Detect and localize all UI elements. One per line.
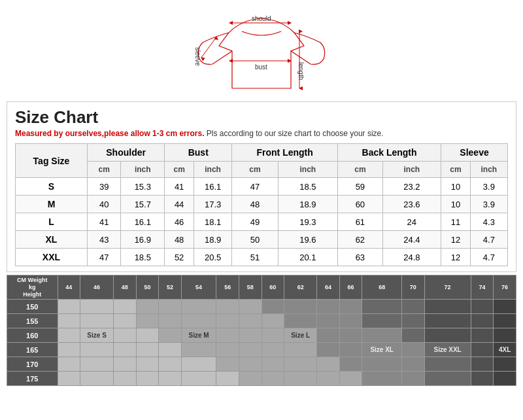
wh-cell bbox=[239, 357, 262, 372]
wh-cell bbox=[362, 357, 402, 372]
col-front-length: Front Length bbox=[232, 144, 338, 162]
wh-cell bbox=[471, 372, 494, 386]
wh-cell bbox=[80, 343, 114, 357]
wh-cell bbox=[317, 357, 340, 372]
wh-cell bbox=[339, 343, 362, 357]
wh-cell bbox=[114, 357, 137, 372]
wh-cell bbox=[471, 300, 494, 314]
front-inch: 19.6 bbox=[278, 231, 338, 249]
wh-cell bbox=[80, 314, 114, 328]
wh-cell bbox=[262, 372, 284, 386]
wh-cell bbox=[317, 314, 340, 328]
wh-col-64: 64 bbox=[317, 275, 340, 300]
wh-top-left: CM WeightkgHeight bbox=[7, 275, 58, 300]
wh-cell bbox=[494, 300, 516, 314]
sleeve-inch: 4.3 bbox=[470, 213, 507, 231]
sleeve-cm: 12 bbox=[441, 231, 471, 249]
wh-cell bbox=[262, 300, 284, 314]
front-inch: 18.9 bbox=[278, 196, 338, 213]
wh-cell bbox=[339, 357, 362, 372]
wh-row: 170 bbox=[7, 357, 516, 372]
bust-inch: 16.1 bbox=[194, 178, 231, 196]
wh-cell bbox=[284, 343, 317, 357]
wh-cell bbox=[401, 328, 424, 343]
sub-inch-5: inch bbox=[470, 162, 507, 178]
size-chart-title: Size Chart bbox=[15, 107, 508, 128]
wh-col-74: 74 bbox=[471, 275, 494, 300]
table-row: S 39 15.3 41 16.1 47 18.5 59 23.2 10 3.9 bbox=[16, 178, 508, 196]
wh-cell bbox=[317, 300, 340, 314]
front-cm: 48 bbox=[232, 196, 278, 213]
back-inch: 24.8 bbox=[382, 249, 441, 266]
sleeve-cm: 11 bbox=[441, 213, 471, 231]
wh-cell bbox=[284, 372, 317, 386]
shoulder-cm: 41 bbox=[87, 213, 120, 231]
shoulder-inch: 15.3 bbox=[121, 178, 165, 196]
table-row: M 40 15.7 44 17.3 48 18.9 60 23.6 10 3.9 bbox=[16, 196, 508, 213]
wh-cell bbox=[362, 372, 402, 386]
height-label: 170 bbox=[7, 357, 58, 372]
wh-cell bbox=[262, 314, 284, 328]
wh-cell bbox=[159, 328, 182, 343]
sleeve-cm: 10 bbox=[441, 178, 471, 196]
sub-inch-1: inch bbox=[121, 162, 165, 178]
wh-cell bbox=[339, 328, 362, 343]
size-chart-note: Measured by ourselves,please allow 1-3 c… bbox=[15, 129, 508, 138]
svg-line-4 bbox=[201, 38, 216, 58]
wh-cell bbox=[471, 357, 494, 372]
wh-cell bbox=[114, 372, 137, 386]
wh-cell bbox=[114, 300, 137, 314]
sub-cm-5: cm bbox=[441, 162, 471, 178]
wh-cell bbox=[494, 314, 516, 328]
svg-text:length: length bbox=[297, 62, 305, 80]
sleeve-cm: 12 bbox=[441, 249, 471, 266]
shoulder-cm: 43 bbox=[87, 231, 120, 249]
wh-cell bbox=[262, 357, 284, 372]
height-label: 155 bbox=[7, 314, 58, 328]
wh-cell bbox=[424, 357, 471, 372]
wh-cell bbox=[494, 357, 516, 372]
wh-cell bbox=[284, 314, 317, 328]
bust-cm: 52 bbox=[165, 249, 194, 266]
shirt-diagram: should length sleeve bust bbox=[190, 7, 333, 98]
shoulder-inch: 16.9 bbox=[121, 231, 165, 249]
sleeve-inch: 3.9 bbox=[470, 178, 507, 196]
wh-col-70: 70 bbox=[401, 275, 424, 300]
shoulder-inch: 15.7 bbox=[121, 196, 165, 213]
size-label: S bbox=[16, 178, 88, 196]
height-label: 150 bbox=[7, 300, 58, 314]
wh-cell bbox=[339, 372, 362, 386]
wh-cell bbox=[401, 314, 424, 328]
wh-cell bbox=[471, 328, 494, 343]
svg-text:bust: bust bbox=[255, 63, 267, 71]
bust-cm: 48 bbox=[165, 231, 194, 249]
wh-cell bbox=[114, 328, 137, 343]
wh-col-50: 50 bbox=[136, 275, 159, 300]
table-row: L 41 16.1 46 18.1 49 19.3 61 24 11 4.3 bbox=[16, 213, 508, 231]
wh-cell bbox=[159, 357, 182, 372]
wh-table: CM WeightkgHeight 44 46 48 50 52 54 56 5… bbox=[7, 275, 516, 386]
wh-cell bbox=[362, 328, 402, 343]
wh-cell: Size L bbox=[284, 328, 317, 343]
sleeve-inch: 4.7 bbox=[470, 249, 507, 266]
wh-cell bbox=[159, 300, 182, 314]
shoulder-cm: 47 bbox=[87, 249, 120, 266]
wh-cell bbox=[317, 328, 340, 343]
size-label: M bbox=[16, 196, 88, 213]
wh-col-48: 48 bbox=[114, 275, 137, 300]
wh-cell bbox=[58, 314, 80, 328]
wh-cell bbox=[58, 300, 80, 314]
wh-cell bbox=[401, 372, 424, 386]
wh-cell bbox=[339, 300, 362, 314]
wh-cell bbox=[58, 328, 80, 343]
col-shoulder: Shoulder bbox=[87, 144, 164, 162]
wh-cell bbox=[216, 372, 239, 386]
wh-cell bbox=[284, 357, 317, 372]
wh-chart: CM WeightkgHeight 44 46 48 50 52 54 56 5… bbox=[7, 275, 516, 386]
wh-cell bbox=[216, 343, 239, 357]
table-row: XL 43 16.9 48 18.9 50 19.6 62 24.4 12 4.… bbox=[16, 231, 508, 249]
sub-cm-4: cm bbox=[338, 162, 383, 178]
wh-cell bbox=[181, 357, 216, 372]
sub-cm-1: cm bbox=[87, 162, 120, 178]
wh-col-60: 60 bbox=[262, 275, 284, 300]
